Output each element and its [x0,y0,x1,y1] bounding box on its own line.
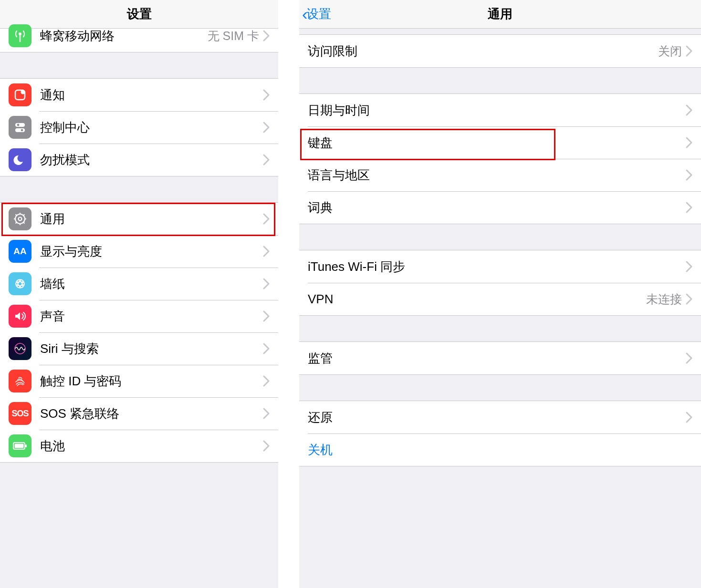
chevron-right-icon [263,154,270,165]
chevron-right-icon [263,440,270,452]
row-label: 勿扰模式 [40,152,263,168]
row-cellular[interactable]: 蜂窝移动网络 无 SIM 卡 [0,20,278,52]
row-label: Siri 与搜索 [40,340,263,357]
row-label: 电池 [40,438,263,454]
chevron-right-icon [686,137,692,148]
dnd-icon [9,148,31,171]
row-label: SOS 紧急联络 [40,405,263,422]
chevron-right-icon [263,343,270,354]
wallpaper-icon [9,272,31,295]
row-label: iTunes Wi-Fi 同步 [308,258,686,275]
row-language-region[interactable]: 语言与地区 [299,159,701,191]
row-label: 词典 [308,199,686,216]
settings-group: 蜂窝移动网络 无 SIM 卡 [0,19,278,52]
group-spacer [299,375,701,401]
settings-screen: 设置 蜂窝移动网络 无 SIM 卡 通知 控制中心 [0,0,278,588]
svg-rect-3 [15,123,25,127]
svg-point-6 [21,129,23,132]
svg-point-4 [17,124,20,126]
row-battery[interactable]: 电池 [0,430,278,462]
chevron-right-icon [263,122,270,133]
navbar: ‹ 设置 通用 [299,0,701,29]
row-notifications[interactable]: 通知 [0,79,278,111]
svg-rect-25 [25,444,27,447]
row-label: 语言与地区 [308,167,686,184]
chevron-right-icon [686,412,692,423]
chevron-right-icon [263,246,270,257]
row-label: 还原 [308,409,686,426]
chevron-right-icon [263,30,270,41]
row-date-time[interactable]: 日期与时间 [299,94,701,126]
row-control-center[interactable]: 控制中心 [0,111,278,144]
sos-icon: SOS [9,402,31,425]
row-keyboard[interactable]: 键盘 [299,126,701,159]
chevron-right-icon [686,45,692,57]
nav-back-button[interactable]: ‹ 设置 [302,0,331,28]
general-group: 访问限制 关闭 [299,34,701,68]
sounds-icon [9,305,31,328]
row-itunes-wifi-sync[interactable]: iTunes Wi-Fi 同步 [299,250,701,283]
svg-rect-24 [15,444,24,448]
chevron-right-icon [263,89,270,101]
row-touchid[interactable]: 触控 ID 与密码 [0,365,278,397]
row-dictionary[interactable]: 词典 [299,191,701,224]
row-restrictions[interactable]: 访问限制 关闭 [299,35,701,67]
svg-line-13 [16,215,17,216]
chevron-right-icon [263,310,270,322]
group-spacer [299,224,701,250]
row-label: 访问限制 [308,43,658,60]
general-group: 监管 [299,341,701,375]
row-wallpaper[interactable]: 墙纸 [0,268,278,300]
row-siri[interactable]: Siri 与搜索 [0,332,278,365]
row-label: 关机 [308,442,692,458]
row-general[interactable]: 通用 [0,203,278,235]
svg-point-18 [16,282,24,286]
battery-icon [9,434,31,457]
svg-line-16 [16,222,17,224]
chevron-right-icon [686,352,692,364]
group-spacer [299,68,701,93]
svg-point-8 [19,217,22,221]
row-label: 通知 [40,87,263,103]
general-group: iTunes Wi-Fi 同步 VPN 未连接 [299,250,701,316]
nav-title: 通用 [488,6,513,22]
row-regulatory[interactable]: 监管 [299,342,701,374]
row-dnd[interactable]: 勿扰模式 [0,144,278,176]
chevron-right-icon [263,278,270,289]
row-reset[interactable]: 还原 [299,401,701,433]
screenshot-gap [278,0,299,588]
chevron-right-icon [263,213,270,225]
row-label: 监管 [308,350,686,367]
chevron-right-icon [686,293,692,305]
row-label: 声音 [40,308,263,325]
nav-back-label: 设置 [306,6,331,22]
general-screen: ‹ 设置 通用 访问限制 关闭 日期与时间 键盘 语言与地区 词典 [299,0,701,588]
group-spacer [0,176,278,202]
general-group: 还原 关机 [299,401,701,466]
row-sos[interactable]: SOS SOS 紧急联络 [0,397,278,430]
chevron-right-icon [263,408,270,419]
svg-point-2 [21,90,25,94]
row-label: 日期与时间 [308,102,686,119]
row-label: 墙纸 [40,276,263,292]
notifications-icon [9,83,31,106]
display-icon: AA [9,240,31,263]
settings-group: 通知 控制中心 勿扰模式 [0,78,278,176]
group-spacer [299,316,701,341]
row-label: 触控 ID 与密码 [40,373,263,390]
row-label: VPN [308,292,646,307]
row-label: 控制中心 [40,119,263,136]
row-sounds[interactable]: 声音 [0,300,278,332]
row-label: 键盘 [308,134,686,151]
general-icon [9,207,31,230]
row-label: 蜂窝移动网络 [40,28,208,44]
row-vpn[interactable]: VPN 未连接 [299,283,701,315]
general-group: 日期与时间 键盘 语言与地区 词典 [299,93,701,224]
chevron-right-icon [686,169,692,181]
row-value: 关闭 [658,43,682,59]
row-display[interactable]: AA 显示与亮度 [0,235,278,268]
row-label: 通用 [40,211,263,227]
settings-group: 通用 AA 显示与亮度 墙纸 声音 Siri 与搜索 [0,202,278,463]
row-shutdown[interactable]: 关机 [299,433,701,466]
cellular-icon [9,24,31,47]
